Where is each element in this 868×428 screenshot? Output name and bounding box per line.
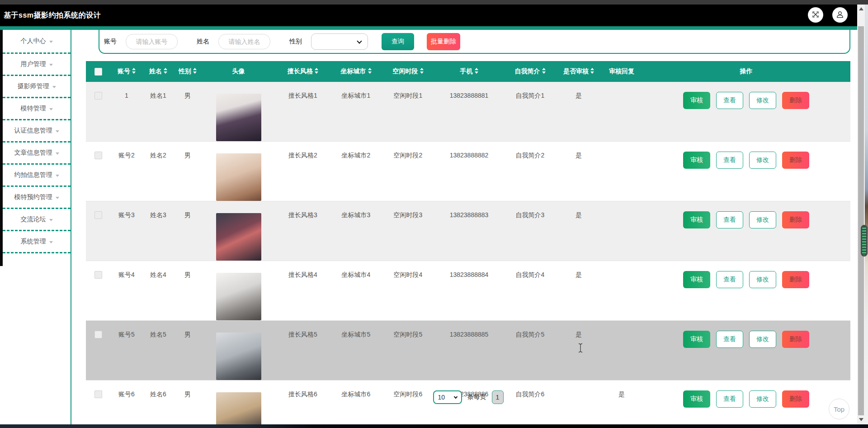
cell-style: 擅长风格3 bbox=[276, 201, 330, 261]
sidebar-item-system-management[interactable]: 系统管理 bbox=[3, 231, 71, 253]
edit-button[interactable]: 修改 bbox=[749, 271, 776, 288]
cell-name: 姓名4 bbox=[142, 261, 174, 321]
header-gender: 性别 bbox=[174, 61, 201, 82]
app-screen: 基于ssm摄影约拍系统的设计 个人中心 用户管理 摄影师管理 模特管理 认证信息… bbox=[0, 0, 868, 428]
table-row[interactable]: 1 姓名1 男 擅长风格1 坐标城市1 空闲时段1 13823888881 自我… bbox=[86, 82, 850, 142]
audit-button[interactable]: 审核 bbox=[683, 211, 710, 228]
sidebar-item-certification-management[interactable]: 认证信息管理 bbox=[3, 120, 71, 143]
sidebar-item-model-reservation-management[interactable]: 模特预约管理 bbox=[3, 187, 71, 209]
sort-icon[interactable] bbox=[475, 68, 478, 74]
sidebar-item-model-management[interactable]: 模特管理 bbox=[3, 98, 71, 120]
cell-audit-reply bbox=[601, 321, 642, 380]
edit-button[interactable]: 修改 bbox=[749, 152, 776, 169]
scrollbar-down-arrow[interactable] bbox=[859, 418, 863, 421]
audit-button[interactable]: 审核 bbox=[683, 152, 710, 169]
audit-button[interactable]: 审核 bbox=[683, 92, 710, 109]
table-row[interactable]: 账号6 姓名6 男 擅长风格6 坐标城市6 空闲时段6 13823888886 … bbox=[86, 380, 850, 428]
table-row[interactable]: 账号4 姓名4 男 擅长风格4 坐标城市4 空闲时段4 13823888884 … bbox=[86, 261, 850, 321]
fullscreen-button[interactable] bbox=[808, 7, 823, 23]
background-window-sliver bbox=[865, 5, 868, 424]
user-avatar-button[interactable] bbox=[832, 7, 848, 23]
header-audit-reply: 审核回复 bbox=[601, 61, 642, 82]
search-button[interactable]: 查询 bbox=[382, 33, 414, 50]
account-input[interactable] bbox=[126, 34, 178, 49]
scrollbar-thumb[interactable] bbox=[858, 26, 864, 415]
per-page-label: 条每页 bbox=[467, 393, 486, 401]
chevron-down-icon bbox=[56, 175, 59, 177]
edit-button[interactable]: 修改 bbox=[749, 211, 776, 228]
sort-icon[interactable] bbox=[132, 68, 136, 74]
sidebar-item-booking-info-management[interactable]: 约拍信息管理 bbox=[3, 165, 71, 187]
avatar-image bbox=[216, 153, 261, 201]
select-all-checkbox[interactable] bbox=[94, 68, 102, 76]
sidebar-item-article-management[interactable]: 文章信息管理 bbox=[3, 143, 71, 165]
delete-button[interactable]: 删除 bbox=[782, 152, 809, 169]
row-checkbox[interactable] bbox=[94, 92, 102, 100]
batch-delete-button[interactable]: 批量删除 bbox=[427, 33, 460, 50]
name-input[interactable] bbox=[218, 34, 270, 49]
scrollbar-up-arrow[interactable] bbox=[859, 7, 863, 10]
user-icon bbox=[835, 10, 844, 20]
audit-button[interactable]: 审核 bbox=[683, 331, 710, 348]
sort-icon[interactable] bbox=[368, 68, 372, 74]
cell-free-time: 空闲时段2 bbox=[382, 142, 434, 201]
sort-icon[interactable] bbox=[315, 68, 318, 74]
page-size-select[interactable]: 10 bbox=[433, 390, 462, 404]
sidebar-item-personal-center[interactable]: 个人中心 bbox=[3, 30, 71, 54]
cell-phone: 13823888885 bbox=[434, 321, 504, 380]
delete-button[interactable]: 删除 bbox=[782, 331, 809, 348]
cell-audited: 是 bbox=[556, 261, 601, 321]
cell-gender: 男 bbox=[174, 380, 201, 428]
row-checkbox[interactable] bbox=[94, 271, 102, 279]
edit-button[interactable]: 修改 bbox=[749, 331, 776, 348]
sort-icon[interactable] bbox=[164, 68, 167, 74]
table-row[interactable]: 账号2 姓名2 男 擅长风格2 坐标城市2 空闲时段2 13823888882 … bbox=[86, 142, 850, 201]
gender-select[interactable] bbox=[311, 33, 368, 50]
cell-free-time: 空闲时段6 bbox=[382, 380, 434, 428]
view-button[interactable]: 查看 bbox=[716, 271, 743, 288]
cell-name: 姓名2 bbox=[142, 142, 174, 201]
sidebar-item-user-management[interactable]: 用户管理 bbox=[3, 54, 71, 76]
header-free-time: 空闲时段 bbox=[382, 61, 434, 82]
custom-scrollbar-thumb[interactable] bbox=[861, 225, 868, 257]
row-checkbox[interactable] bbox=[94, 331, 102, 338]
cell-audit-reply bbox=[601, 261, 642, 321]
header-name: 姓名 bbox=[142, 61, 174, 82]
header-intro: 自我简介 bbox=[504, 61, 556, 82]
cell-free-time: 空闲时段1 bbox=[382, 82, 434, 142]
view-button[interactable]: 查看 bbox=[716, 211, 743, 228]
sort-icon[interactable] bbox=[542, 68, 546, 74]
delete-button[interactable]: 删除 bbox=[782, 271, 809, 288]
chevron-down-icon bbox=[56, 197, 59, 199]
cell-phone: 13823888884 bbox=[434, 261, 504, 321]
text-cursor-pointer bbox=[577, 343, 584, 355]
row-checkbox[interactable] bbox=[94, 211, 102, 219]
row-checkbox[interactable] bbox=[94, 152, 102, 159]
view-button[interactable]: 查看 bbox=[716, 152, 743, 169]
page-number-button[interactable]: 1 bbox=[492, 390, 504, 404]
sidebar-item-forum[interactable]: 交流论坛 bbox=[3, 209, 71, 231]
cell-name: 姓名5 bbox=[142, 321, 174, 380]
avatar-image bbox=[216, 273, 261, 320]
cell-city: 坐标城市4 bbox=[330, 261, 382, 321]
view-button[interactable]: 查看 bbox=[716, 331, 743, 348]
table-row[interactable]: 账号3 姓名3 男 擅长风格3 坐标城市3 空闲时段3 13823888883 … bbox=[86, 201, 850, 261]
header-accent-strip bbox=[0, 26, 857, 30]
view-button[interactable]: 查看 bbox=[716, 92, 743, 109]
sort-icon[interactable] bbox=[420, 68, 424, 74]
audit-button[interactable]: 审核 bbox=[683, 271, 710, 288]
delete-button[interactable]: 删除 bbox=[782, 92, 809, 109]
sidebar-item-label: 认证信息管理 bbox=[14, 127, 52, 135]
fullscreen-icon bbox=[811, 10, 820, 20]
chevron-down-icon bbox=[453, 395, 457, 398]
delete-button[interactable]: 删除 bbox=[782, 211, 809, 228]
table-row-hovered[interactable]: 账号5 姓名5 男 擅长风格5 坐标城市5 空闲时段5 13823888885 … bbox=[86, 321, 850, 380]
sidebar-item-photographer-management[interactable]: 摄影师管理 bbox=[3, 76, 71, 98]
pagination: 10 条每页 1 bbox=[86, 390, 850, 404]
back-to-top-button[interactable]: Top bbox=[829, 399, 849, 419]
sort-icon[interactable] bbox=[193, 68, 197, 74]
edit-button[interactable]: 修改 bbox=[749, 92, 776, 109]
sort-icon[interactable] bbox=[590, 68, 594, 74]
cell-account: 1 bbox=[111, 82, 142, 142]
avatar-image bbox=[216, 94, 261, 141]
